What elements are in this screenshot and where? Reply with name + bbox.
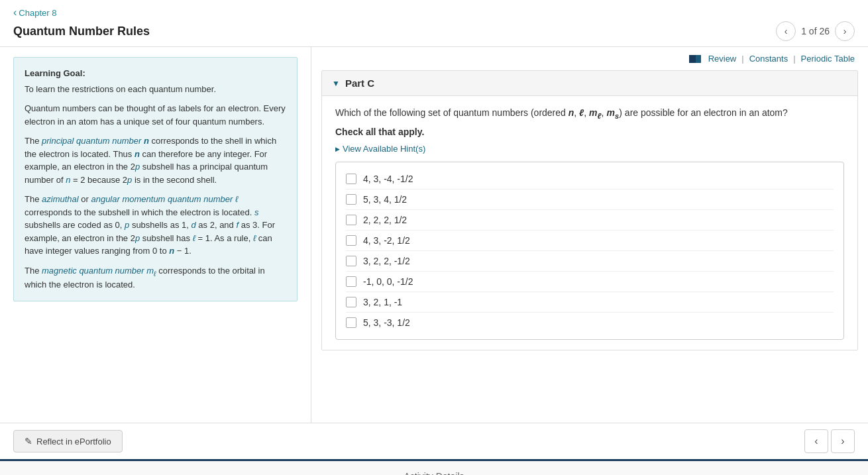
option-label-2: 5, 3, 4, 1/2 xyxy=(363,194,407,205)
checkbox-8[interactable] xyxy=(346,317,356,328)
option-label-5: 3, 2, 2, -1/2 xyxy=(363,256,410,266)
part-c-header: ▼ Part C xyxy=(322,71,857,96)
nav-arrows: ‹ › xyxy=(804,429,855,453)
pagination: ‹ 1 of 26 › xyxy=(776,21,855,41)
review-link[interactable]: Review xyxy=(708,54,737,64)
sep2: | xyxy=(793,54,795,64)
next-page-btn[interactable]: › xyxy=(835,21,855,41)
option-row-1: 4, 3, -4, -1/2 xyxy=(346,169,834,189)
next-nav-btn[interactable]: › xyxy=(831,429,855,453)
review-icon xyxy=(689,55,701,63)
reflect-btn[interactable]: ✎ Reflect in ePortfolio xyxy=(13,430,123,452)
top-bar: Chapter 8 Quantum Number Rules ‹ 1 of 26… xyxy=(0,0,868,47)
option-row-7: 3, 2, 1, -1 xyxy=(346,292,834,313)
option-row-6: -1, 0, 0, -1/2 xyxy=(346,272,834,292)
checkbox-7[interactable] xyxy=(346,297,356,307)
option-row-4: 4, 3, -2, 1/2 xyxy=(346,231,834,251)
checkbox-2[interactable] xyxy=(346,194,356,205)
checkbox-3[interactable] xyxy=(346,215,356,225)
prev-nav-btn[interactable]: ‹ xyxy=(804,429,828,453)
learning-goal-para3: The azimuthal or angular momentum quantu… xyxy=(25,193,286,258)
option-row-8: 5, 3, -3, 1/2 xyxy=(346,313,834,333)
part-c-content: Which of the following set of quantum nu… xyxy=(322,96,857,350)
check-all-text: Check all that apply. xyxy=(335,127,844,137)
reflect-icon: ✎ xyxy=(25,436,32,447)
option-label-3: 2, 2, 2, 1/2 xyxy=(363,215,407,225)
left-panel: Learning Goal: To learn the restrictions… xyxy=(0,47,311,423)
checkbox-5[interactable] xyxy=(346,256,356,266)
part-c-section: ▼ Part C Which of the following set of q… xyxy=(321,70,858,350)
top-links-bar: Review | Constants | Periodic Table xyxy=(311,47,868,70)
activity-details-bar: Activity Details xyxy=(0,459,868,475)
chapter-link[interactable]: Chapter 8 xyxy=(13,7,56,19)
learning-goal-para1: Quantum numbers can be thought of as lab… xyxy=(25,102,286,128)
option-row-2: 5, 3, 4, 1/2 xyxy=(346,189,834,210)
learning-goal-subtitle: To learn the restrictions on each quantu… xyxy=(25,83,286,96)
checkbox-4[interactable] xyxy=(346,235,356,246)
reflect-label: Reflect in ePortfolio xyxy=(36,437,111,447)
option-label-8: 5, 3, -3, 1/2 xyxy=(363,317,410,328)
checkbox-1[interactable] xyxy=(346,174,356,184)
activity-details-label: Activity Details xyxy=(404,471,464,475)
prev-page-btn[interactable]: ‹ xyxy=(776,21,796,41)
option-label-4: 4, 3, -2, 1/2 xyxy=(363,235,410,246)
option-label-6: -1, 0, 0, -1/2 xyxy=(363,276,413,287)
bottom-nav: ✎ Reflect in ePortfolio ‹ › xyxy=(0,423,868,459)
option-label-1: 4, 3, -4, -1/2 xyxy=(363,174,413,184)
question-text: Which of the following set of quantum nu… xyxy=(335,106,844,121)
page-title: Quantum Number Rules xyxy=(13,25,150,38)
option-row-5: 3, 2, 2, -1/2 xyxy=(346,251,834,272)
part-c-title: Part C xyxy=(345,78,374,89)
sep1: | xyxy=(741,54,743,64)
option-label-7: 3, 2, 1, -1 xyxy=(363,297,402,307)
learning-goal-para2: The principal quantum number n correspon… xyxy=(25,134,286,186)
right-panel: Review | Constants | Periodic Table ▼ Pa… xyxy=(311,47,868,423)
constants-link[interactable]: Constants xyxy=(749,54,788,64)
pagination-text: 1 of 26 xyxy=(801,26,830,36)
options-box: 4, 3, -4, -1/2 5, 3, 4, 1/2 2, 2, 2, 1/2… xyxy=(335,162,844,340)
view-hints-link[interactable]: View Available Hint(s) xyxy=(335,144,844,154)
periodic-table-link[interactable]: Periodic Table xyxy=(801,54,855,64)
option-row-3: 2, 2, 2, 1/2 xyxy=(346,210,834,231)
collapse-icon[interactable]: ▼ xyxy=(332,79,340,88)
learning-goal-title: Learning Goal: xyxy=(25,67,286,80)
learning-goal-box: Learning Goal: To learn the restrictions… xyxy=(13,57,298,301)
main-content: Learning Goal: To learn the restrictions… xyxy=(0,47,868,423)
learning-goal-para4: The magnetic quantum number mℓ correspon… xyxy=(25,264,286,291)
checkbox-6[interactable] xyxy=(346,276,356,287)
